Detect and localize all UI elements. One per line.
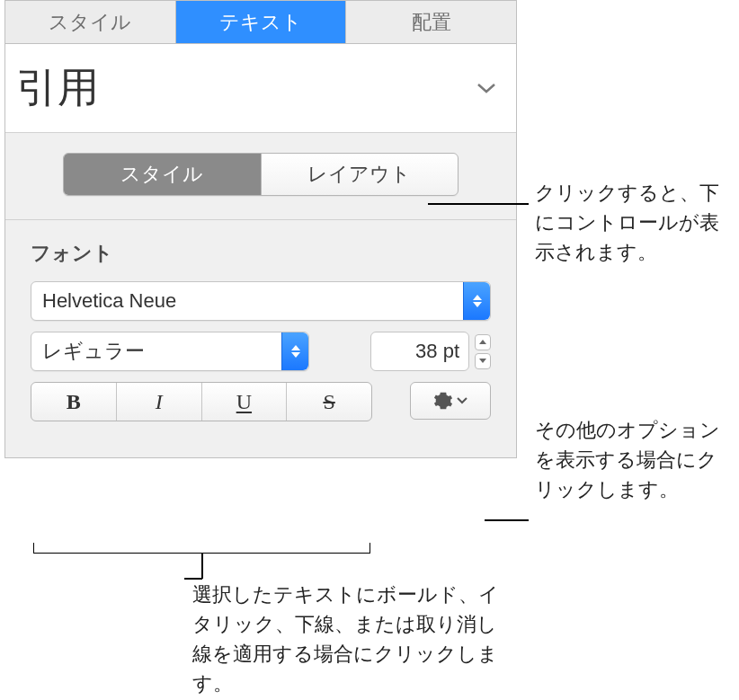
font-size-value: 38 pt: [415, 340, 459, 363]
segmented-control: スタイル レイアウト: [63, 153, 459, 196]
tab-arrange[interactable]: 配置: [346, 1, 516, 43]
callout-segmented: クリックすると、下にコントロールが表示されます。: [535, 178, 737, 267]
top-tabs: スタイル テキスト 配置: [5, 1, 516, 44]
italic-button[interactable]: I: [117, 383, 202, 421]
segment-style[interactable]: スタイル: [64, 154, 262, 195]
bold-button[interactable]: B: [31, 383, 117, 421]
chevron-down-small-icon: [457, 397, 467, 404]
paragraph-style-row[interactable]: 引用: [5, 44, 516, 133]
callout-line: [184, 578, 202, 580]
font-size-group: 38 pt: [370, 332, 491, 371]
size-step-down[interactable]: [475, 353, 491, 369]
bius-group: B I U S: [31, 382, 372, 421]
tab-text[interactable]: テキスト: [176, 1, 347, 43]
font-typeface-value: レギュラー: [42, 338, 145, 365]
font-section-label: フォント: [31, 240, 491, 267]
font-family-select[interactable]: Helvetica Neue: [31, 281, 491, 321]
divider: [5, 219, 516, 220]
tab-style[interactable]: スタイル: [5, 1, 176, 43]
format-row: B I U S: [31, 382, 491, 421]
paragraph-style-name: 引用: [16, 60, 99, 116]
callout-bius: 選択したテキストにボールド、イタリック、下線、または取り消し線を適用する場合にク…: [192, 580, 516, 698]
inner-area: スタイル レイアウト フォント Helvetica Neue レギュラー: [5, 133, 516, 457]
select-stepper-icon: [281, 332, 308, 370]
callout-line: [201, 554, 203, 579]
font-family-value: Helvetica Neue: [42, 289, 176, 313]
font-size-stepper: [475, 334, 491, 369]
select-stepper-icon: [463, 282, 490, 320]
callout-gear: その他のオプションを表示する場合にクリックします。: [535, 415, 737, 504]
font-size-field[interactable]: 38 pt: [370, 332, 469, 371]
strikethrough-button[interactable]: S: [287, 383, 371, 421]
gear-icon: [433, 391, 453, 411]
chevron-down-icon[interactable]: [476, 82, 496, 94]
format-panel: スタイル テキスト 配置 引用 スタイル レイアウト フォント Helvetic…: [4, 0, 517, 458]
callout-line: [428, 203, 529, 205]
font-typeface-select[interactable]: レギュラー: [31, 332, 309, 371]
callout-line: [485, 519, 529, 521]
size-step-up[interactable]: [475, 334, 491, 350]
callout-bracket: [33, 543, 370, 554]
underline-button[interactable]: U: [202, 383, 288, 421]
advanced-options-button[interactable]: [410, 382, 491, 420]
segment-layout[interactable]: レイアウト: [262, 154, 459, 195]
